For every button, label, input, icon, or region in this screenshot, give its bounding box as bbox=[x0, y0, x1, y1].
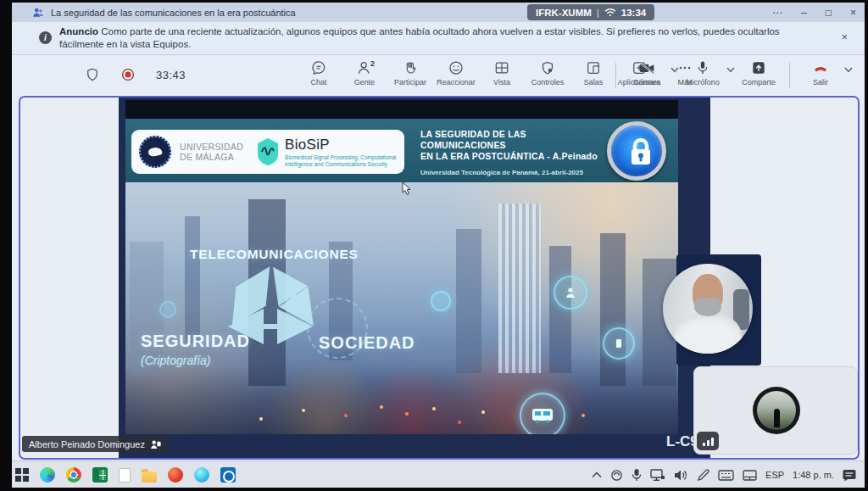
window-maximize-button[interactable]: □ bbox=[826, 8, 832, 18]
hang-up-icon bbox=[811, 59, 830, 76]
leave-chevron-icon[interactable] bbox=[844, 67, 853, 73]
tray-network-icon[interactable] bbox=[650, 469, 665, 482]
announcement-text: Anuncio Como parte de una reciente actua… bbox=[59, 25, 822, 51]
label-sociedad: SOCIEDAD bbox=[319, 333, 415, 353]
slide-header: UNIVERSIDAD DE MÁLAGA BioSiP bbox=[125, 119, 678, 182]
smart-city-graphic: TELECOMUNICACIONES SEGURIDAD (Criptograf… bbox=[125, 182, 678, 434]
document-app-icon[interactable] bbox=[119, 468, 131, 483]
taskbar-clock[interactable]: 1:48 p. m. bbox=[793, 470, 834, 480]
raise-hand-button[interactable]: Participar bbox=[390, 59, 431, 86]
iot-device-icon bbox=[603, 327, 635, 360]
file-explorer-icon[interactable] bbox=[142, 471, 157, 483]
people-button[interactable]: 2 Gente bbox=[344, 59, 385, 86]
participant-avatar bbox=[753, 387, 800, 434]
react-button[interactable]: Reaccionar bbox=[436, 59, 476, 86]
teams-meeting-window: La seguridad de las comunicaciones en la… bbox=[12, 3, 865, 488]
mouse-cursor bbox=[402, 182, 412, 196]
grid-view-icon bbox=[493, 59, 510, 76]
start-button[interactable] bbox=[15, 468, 29, 482]
meeting-clock: 13:34 bbox=[621, 8, 646, 18]
padlock-icon bbox=[607, 121, 666, 181]
slide-venue: Universidad Tecnológica de Panamá, 21-ab… bbox=[420, 169, 607, 176]
slide-title-line2: EN LA ERA POSTCUÁNTICA - A.Peinado bbox=[420, 151, 607, 162]
chat-button[interactable]: Chat bbox=[298, 59, 339, 86]
uma-name: UNIVERSIDAD DE MÁLAGA bbox=[180, 142, 243, 162]
wifi-icon bbox=[604, 8, 616, 17]
microphone-icon bbox=[694, 59, 711, 76]
iot-bus-icon bbox=[520, 393, 565, 434]
windows-taskbar: ESP 1:48 p. m. bbox=[12, 460, 865, 488]
leave-button[interactable]: Salir bbox=[800, 59, 841, 86]
window-close-button[interactable]: × bbox=[850, 8, 856, 18]
presenter-name-pill: Alberto Peinado Dominguez bbox=[22, 436, 168, 452]
view-button[interactable]: Vista bbox=[481, 59, 522, 86]
slide-title-line1: LA SEGURIDAD DE LAS COMUNICACIONES bbox=[420, 129, 607, 151]
biosip-logo: BioSiP Biomedical Signal Processing, Com… bbox=[255, 137, 412, 167]
raise-hand-icon bbox=[402, 59, 419, 76]
smiley-icon bbox=[448, 59, 465, 76]
controls-button[interactable]: Controles bbox=[527, 59, 568, 86]
slide-title-block: LA SEGURIDAD DE LAS COMUNICACIONES EN LA… bbox=[420, 129, 607, 176]
biosip-shield-icon bbox=[255, 137, 281, 166]
presentation-slide: UNIVERSIDAD DE MÁLAGA BioSiP bbox=[125, 98, 678, 456]
shield-icon bbox=[85, 67, 100, 82]
iot-node-icon bbox=[159, 301, 176, 318]
tray-touchpad-icon[interactable] bbox=[743, 470, 757, 481]
microphone-chevron-icon[interactable] bbox=[726, 67, 735, 73]
iot-person-icon bbox=[554, 276, 587, 310]
notification-center-icon[interactable] bbox=[843, 469, 856, 482]
presenting-icon bbox=[150, 439, 161, 449]
info-icon: i bbox=[39, 31, 52, 44]
teams-app-icon bbox=[32, 7, 44, 19]
window-titlebar: La seguridad de las comunicaciones en la… bbox=[12, 3, 865, 22]
toolbar-divider bbox=[789, 63, 790, 88]
logos-panel: UNIVERSIDAD DE MÁLAGA BioSiP bbox=[131, 130, 404, 174]
cyan-app-icon[interactable] bbox=[194, 467, 209, 483]
uma-seal-logo bbox=[139, 136, 171, 168]
announcement-label: Anuncio bbox=[59, 26, 98, 36]
share-screen-icon bbox=[750, 59, 767, 76]
tray-microphone-icon[interactable] bbox=[632, 468, 642, 482]
camera-chevron-icon[interactable] bbox=[670, 67, 679, 73]
tray-volume-icon[interactable] bbox=[674, 469, 688, 482]
camera-button[interactable]: Cámara bbox=[626, 59, 667, 86]
edge-icon[interactable] bbox=[40, 467, 55, 483]
presenter-name: Alberto Peinado Dominguez bbox=[29, 439, 145, 449]
banner-close-button[interactable]: × bbox=[841, 31, 848, 43]
label-criptografia: (Criptografía) bbox=[141, 354, 210, 367]
share-button[interactable]: Comparte bbox=[738, 59, 779, 86]
excel-icon[interactable] bbox=[92, 467, 108, 483]
meeting-code: IFRK-XUMM bbox=[536, 8, 592, 18]
tray-keyboard-icon[interactable] bbox=[718, 470, 734, 481]
red-app-icon[interactable] bbox=[168, 467, 183, 483]
recording-icon bbox=[120, 67, 136, 82]
meeting-stage: UNIVERSIDAD DE MÁLAGA BioSiP bbox=[19, 96, 860, 460]
toolbar-divider bbox=[615, 63, 616, 88]
meeting-toolbar: 33:43 Chat 2 Gente bbox=[12, 55, 865, 97]
people-count: 2 bbox=[370, 59, 375, 68]
tray-app-icon[interactable] bbox=[610, 469, 623, 482]
slide-letterbox bbox=[125, 100, 678, 119]
biosip-name: BioSiP bbox=[285, 137, 412, 153]
label-telecomunicaciones: TELECOMUNICACIONES bbox=[190, 247, 359, 262]
shared-screen[interactable]: UNIVERSIDAD DE MÁLAGA BioSiP bbox=[119, 98, 710, 458]
tray-pen-icon[interactable] bbox=[697, 469, 709, 482]
window-minimize-button[interactable]: – bbox=[801, 8, 807, 18]
chrome-icon[interactable] bbox=[66, 467, 81, 483]
meeting-code-badge: IFRK-XUMM | 13:34 bbox=[527, 4, 654, 20]
outlook-icon[interactable] bbox=[220, 467, 236, 483]
speaker-avatar[interactable] bbox=[663, 264, 753, 354]
iot-node-icon bbox=[431, 291, 451, 311]
tray-expand-icon[interactable] bbox=[592, 471, 602, 478]
connection-quality-icon bbox=[697, 432, 719, 450]
biosip-subtitle: Biomedical Signal Processing, Computatio… bbox=[285, 154, 412, 167]
chat-icon bbox=[310, 59, 327, 76]
rooms-button[interactable]: Salas bbox=[573, 59, 614, 86]
triangle-arrows bbox=[125, 182, 678, 434]
microphone-button[interactable]: Micrófono bbox=[682, 59, 723, 86]
window-more-button[interactable]: ⋯ bbox=[772, 8, 782, 18]
meeting-title: La seguridad de las comunicaciones en la… bbox=[51, 8, 296, 18]
meeting-timer: 33:43 bbox=[156, 69, 186, 81]
language-indicator[interactable]: ESP bbox=[765, 470, 784, 480]
label-seguridad: SEGURIDAD bbox=[141, 332, 250, 351]
